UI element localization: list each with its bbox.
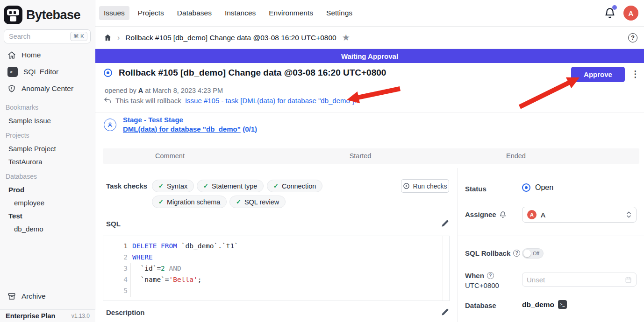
line-number: 5 [103, 285, 128, 296]
bytebase-logo-icon [4, 6, 22, 24]
check-icon: ✓ [158, 198, 164, 205]
stage-link[interactable]: Stage - Test Stage [123, 116, 257, 124]
check-icon: ✓ [236, 198, 241, 205]
plan-name: Enterprise Plan [6, 312, 55, 320]
edit-description-button[interactable] [440, 308, 451, 318]
search-shortcut: ⌘ K [70, 32, 87, 41]
help-icon[interactable]: ? [628, 33, 637, 42]
approval-banner: Waiting Approval [95, 49, 644, 63]
chevron-updown-icon [626, 211, 631, 218]
check-sql-review[interactable]: ✓ SQL review [229, 196, 286, 208]
sidebar-item-label: SQL Editor [23, 68, 58, 76]
opened-by-line: opened by A at March 8, 2023 4:23 PM [105, 87, 223, 94]
check-statement-type[interactable]: ✓ Statement type [197, 180, 264, 192]
when-datetime-input[interactable]: Unset [522, 273, 637, 287]
when-placeholder: Unset [527, 276, 625, 284]
sidebar-env-prod[interactable]: Prod [0, 183, 95, 196]
task-checks-label: Task checks [106, 182, 147, 190]
issue-open-status-icon [104, 69, 112, 77]
check-syntax[interactable]: ✓ Syntax [152, 180, 194, 192]
tab-instances[interactable]: Instances [220, 6, 260, 20]
pencil-icon [440, 219, 450, 228]
sidebar: Bytebase ⌘ K Home >_ SQL Editor Anomaly … [0, 0, 95, 322]
open-in-sql-editor-icon[interactable]: >_ [558, 300, 567, 309]
activity-table-header: Comment Started Ended [103, 148, 639, 164]
sql-rollback-toggle[interactable]: Off [522, 248, 544, 259]
sidebar-env-test[interactable]: Test [0, 209, 95, 222]
rollback-issue-link[interactable]: Issue #105 - task [DML(data) for databas… [185, 97, 357, 105]
line-number: 2 [103, 252, 128, 263]
subscribe-bell-icon[interactable] [499, 211, 507, 218]
opened-by-user[interactable]: A [138, 87, 143, 94]
user-avatar[interactable]: A [623, 6, 638, 21]
database-value: db_demo >_ [522, 300, 567, 309]
search-input[interactable] [9, 33, 70, 40]
assignee-label: Assignee [465, 210, 507, 218]
check-icon: ✓ [273, 182, 279, 189]
help-icon[interactable]: ? [487, 272, 494, 279]
help-icon[interactable]: ? [513, 250, 520, 257]
issue-detail: Rollback #105 [db_demo] Change data @03-… [95, 63, 644, 322]
plan-footer[interactable]: Enterprise Plan v1.13.0 [0, 309, 95, 322]
tab-settings[interactable]: Settings [322, 6, 357, 20]
sidebar-item-sql-editor[interactable]: >_ SQL Editor [0, 63, 95, 80]
play-circle-icon [403, 182, 410, 189]
sidebar-db-employee[interactable]: employee [0, 196, 95, 209]
status-label: Status [465, 185, 487, 193]
sidebar-section-databases: Databases [0, 170, 95, 183]
issue-title: Rollback #105 [db_demo] Change data @03-… [119, 68, 386, 78]
sidebar-section-bookmarks: Bookmarks [0, 101, 95, 114]
divider [95, 112, 644, 112]
notifications-button[interactable] [604, 7, 616, 19]
line-number: 3 [103, 263, 128, 274]
check-migration-schema[interactable]: ✓ Migration schema [152, 196, 227, 208]
approval-banner-text: Waiting Approval [341, 52, 398, 60]
check-icon: ✓ [203, 182, 208, 189]
stage-task-progress: (0/1) [243, 125, 257, 133]
stage-task-link[interactable]: DML(data) for database "db_demo" [123, 125, 241, 133]
run-checks-button[interactable]: Run checks [401, 179, 449, 193]
sidebar-item-anomaly-center[interactable]: Anomaly Center [0, 80, 95, 97]
shield-icon [7, 84, 16, 93]
check-connection[interactable]: ✓ Connection [267, 180, 322, 192]
sidebar-item-sample-issue[interactable]: Sample Issue [0, 114, 95, 127]
breadcrumb: › Rollback #105 [db_demo] Change data @0… [95, 27, 644, 49]
line-number: 4 [103, 274, 128, 285]
assignee-select[interactable]: A A [522, 207, 637, 223]
archive-label: Archive [21, 292, 46, 301]
top-navigation: Issues Projects Databases Instances Envi… [95, 0, 644, 27]
tab-issues[interactable]: Issues [99, 6, 129, 20]
sidebar-item-archive[interactable]: Archive [0, 288, 95, 305]
status-value: Open [522, 183, 553, 192]
column-ended: Ended [506, 152, 526, 160]
sidebar-item-testaurora[interactable]: TestAurora [0, 155, 95, 168]
sidebar-item-sample-project[interactable]: Sample Project [0, 142, 95, 155]
sidebar-item-home[interactable]: Home [0, 47, 95, 63]
tab-environments[interactable]: Environments [264, 6, 318, 20]
sidebar-db-db-demo[interactable]: db_demo [0, 222, 95, 235]
brand[interactable]: Bytebase [0, 0, 95, 26]
more-actions-icon[interactable]: ⋮ [631, 68, 640, 81]
tab-databases[interactable]: Databases [172, 6, 216, 20]
check-icon: ✓ [158, 182, 164, 189]
tab-projects[interactable]: Projects [133, 6, 169, 20]
edit-sql-button[interactable] [440, 219, 451, 229]
rollback-note: This task will rollback Issue #105 - tas… [104, 97, 357, 105]
home-icon[interactable] [104, 34, 112, 42]
when-label: When ? [465, 272, 494, 280]
stage-assignee-icon [104, 119, 116, 131]
sql-section-label: SQL [106, 220, 121, 228]
divider [457, 236, 644, 236]
description-label: Description [106, 308, 145, 316]
database-label: Database [465, 301, 496, 309]
assignee-name: A [541, 211, 622, 219]
star-icon[interactable]: ★ [342, 32, 350, 43]
line-number: 1 [103, 240, 128, 252]
sql-code-editor[interactable]: 1 DELETE FROM `db_demo`.`t1` 2 WHERE 3 `… [103, 236, 450, 301]
toggle-knob [523, 250, 531, 257]
search-box[interactable]: ⌘ K [4, 29, 91, 43]
chevron-right-icon: › [117, 34, 120, 42]
approve-button[interactable]: Approve [571, 67, 625, 82]
notification-dot [612, 5, 617, 10]
column-comment: Comment [155, 152, 185, 160]
